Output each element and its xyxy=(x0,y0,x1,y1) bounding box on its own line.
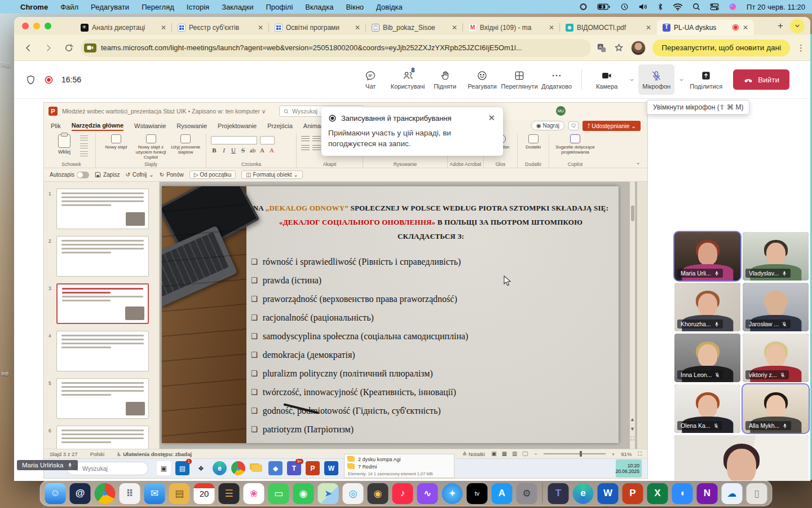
participant-tile[interactable]: Vladyslav... xyxy=(743,232,809,281)
menubar-item-вкладка[interactable]: Вкладка xyxy=(305,3,333,11)
tab-close-icon[interactable]: ✕ xyxy=(354,24,361,32)
onenote-icon[interactable]: N xyxy=(697,483,718,504)
slide-nav-arrows[interactable]: ▲▼⛶ xyxy=(629,417,636,442)
menubar-item-редагувати[interactable]: Редагувати xyxy=(91,3,129,11)
share-button[interactable]: Поділитися xyxy=(688,64,724,95)
tab-search-chevron-icon[interactable] xyxy=(790,19,805,33)
new-tab-button[interactable]: + xyxy=(773,19,788,33)
collapse-ribbon-chevron-icon[interactable]: ⌄ xyxy=(633,133,644,168)
browser-tab[interactable]: Реєстр суб'єктів ✕ xyxy=(172,20,269,35)
slide-thumbnail-2[interactable]: 2 xyxy=(44,236,159,283)
fit-slide-button[interactable]: ⛶ xyxy=(638,450,642,457)
wifi-icon[interactable] xyxy=(673,3,683,11)
profile-avatar[interactable] xyxy=(631,41,646,55)
slide-thumbnail-4[interactable]: 4 xyxy=(44,331,159,378)
taskbar-clock[interactable]: 10:20 20.06.2025 xyxy=(616,459,642,478)
word-taskbar-icon[interactable]: W xyxy=(324,461,338,475)
menubar-item-вікно[interactable]: Вікно xyxy=(346,3,364,11)
file-explorer-fragment[interactable]: 2 dysku kompa Agi7 Redmi Elementy: 14 1 … xyxy=(344,454,454,478)
redo-button[interactable]: ↻ Ponów xyxy=(160,172,184,178)
ppt-tab-narz-dzia-g-wne[interactable]: Narzędzia główne xyxy=(72,121,123,131)
edge-taskbar-icon[interactable]: e xyxy=(213,461,227,475)
browser-tab[interactable]: Освітні програми ✕ xyxy=(269,20,366,35)
restart-to-update-button[interactable]: Перезапустити, щоб оновити дані xyxy=(652,40,790,56)
zoom-icon[interactable]: ◖ xyxy=(672,483,693,504)
task-view-taskbar-icon[interactable]: ▣ xyxy=(157,461,171,475)
podcasts-icon[interactable]: ∿ xyxy=(417,483,438,504)
powerpoint-taskbar-icon[interactable]: P xyxy=(306,461,320,475)
ppt-tab-plik[interactable]: Plik xyxy=(51,121,61,130)
from-start-button[interactable]: ▷ Od początku xyxy=(189,170,236,179)
menubar-item-закладки[interactable]: Закладки xyxy=(222,3,253,11)
participant-tile[interactable]: Alla Mykh... xyxy=(743,384,809,433)
mail-icon[interactable]: ✉ xyxy=(144,483,165,504)
zoom-level[interactable]: 91% xyxy=(621,451,632,457)
browser-tab[interactable]: PL-UA dyskus ✕ xyxy=(657,20,754,35)
view-button[interactable]: Переглянути xyxy=(501,64,537,95)
menubar-clock[interactable]: Пт 20 черв. 11:20 xyxy=(747,3,805,11)
chrome-icon[interactable]: ● xyxy=(95,483,116,504)
onedrive-icon[interactable]: ☁ xyxy=(722,483,743,504)
mic-chevron-icon[interactable] xyxy=(677,77,686,83)
powerpoint-icon[interactable]: P xyxy=(623,483,643,504)
zoom-window-button[interactable] xyxy=(45,23,51,29)
settings-icon[interactable]: ⚙ xyxy=(517,483,537,504)
browser-tab[interactable]: ВІДОМОСТІ.pdf ✕ xyxy=(560,20,657,35)
language-indicator[interactable]: Polski xyxy=(90,451,104,457)
close-window-button[interactable] xyxy=(22,23,29,29)
zoom-slider[interactable] xyxy=(544,453,606,454)
react-button[interactable]: Реагувати xyxy=(464,64,500,95)
ppt-share-button[interactable]: ⤴ Udostępnianie ⌄ xyxy=(582,121,641,131)
address-bar[interactable]: teams.microsoft.com/light-meetings/launc… xyxy=(81,39,591,57)
browser-tab[interactable]: Вхідні (109) - ma ✕ xyxy=(463,20,560,35)
camera-chevron-icon[interactable] xyxy=(627,77,636,83)
slide-thumbnail-5[interactable]: 5 xyxy=(44,378,159,426)
control-center-icon[interactable] xyxy=(710,3,719,11)
close-icon[interactable]: ✕ xyxy=(487,113,496,123)
music-icon[interactable]: ♪ xyxy=(392,483,413,504)
chat-button[interactable]: Чат xyxy=(352,64,389,95)
word-icon[interactable]: W xyxy=(598,483,619,504)
menubar-item-історія[interactable]: Історія xyxy=(187,3,209,11)
zoom-out-button[interactable]: − xyxy=(534,451,537,457)
browser-tab[interactable]: Аналіз дисертаці ✕ xyxy=(75,20,172,35)
menubar-item-довідка[interactable]: Довідка xyxy=(376,3,403,11)
save-button[interactable]: Zapisz xyxy=(95,172,120,178)
ppt-account-avatar[interactable]: MU xyxy=(556,106,566,116)
active-app-name[interactable]: Chrome xyxy=(20,3,48,11)
camera-button[interactable]: Камера xyxy=(589,64,625,95)
messages-icon[interactable]: ▭ xyxy=(268,483,289,504)
notes-button[interactable]: ≙ Notatki xyxy=(462,451,485,457)
facetime-icon[interactable]: ◉ xyxy=(293,483,314,504)
maps-icon[interactable]: ➤ xyxy=(318,483,339,504)
tab-close-icon[interactable]: ✕ xyxy=(257,24,264,32)
participant-tile[interactable]: Olena Ka... xyxy=(674,384,740,433)
tab-close-icon[interactable]: ✕ xyxy=(160,24,167,32)
ppt-tab-wstawianie[interactable]: Wstawianie xyxy=(134,121,166,130)
slide-scrollbar[interactable] xyxy=(630,182,635,449)
menubar-item-перегляд[interactable]: Перегляд xyxy=(142,3,174,11)
tab-close-icon[interactable]: ✕ xyxy=(742,24,749,32)
notes-icon[interactable]: ▤ xyxy=(169,483,190,504)
clipboard-small-buttons[interactable] xyxy=(80,134,88,157)
chrome-taskbar-icon[interactable]: ● xyxy=(231,461,245,475)
minimize-window-button[interactable] xyxy=(33,23,40,29)
leave-button[interactable]: Вийти xyxy=(733,69,789,90)
trash-icon[interactable]: ▯ xyxy=(747,483,767,504)
autosave-toggle[interactable]: Autozapis xyxy=(50,172,89,178)
participant-tile[interactable]: Maria Urli... xyxy=(674,232,740,281)
excel-icon[interactable]: X xyxy=(647,483,668,504)
tab-close-icon[interactable]: ✕ xyxy=(645,24,652,32)
meeting-camera-chip-icon[interactable] xyxy=(84,43,96,52)
participant-tile[interactable]: Khoruzha... xyxy=(674,283,740,331)
more-button[interactable]: Додатково xyxy=(539,64,575,95)
ppt-tab-rysowanie[interactable]: Rysowanie xyxy=(176,121,207,130)
spotlight-icon[interactable] xyxy=(692,3,700,11)
slide-counter[interactable]: Slajd 3 z 27 xyxy=(50,451,78,457)
font-controls[interactable]: BIUSabAA xyxy=(211,134,275,154)
tab-close-icon[interactable]: ✕ xyxy=(548,24,555,32)
bookmark-star-icon[interactable] xyxy=(614,42,624,53)
teams-taskbar-icon[interactable]: T9+ xyxy=(287,461,301,475)
back-button[interactable] xyxy=(20,40,37,56)
explorer-item[interactable]: 2 dysku kompa Agi xyxy=(348,456,451,463)
